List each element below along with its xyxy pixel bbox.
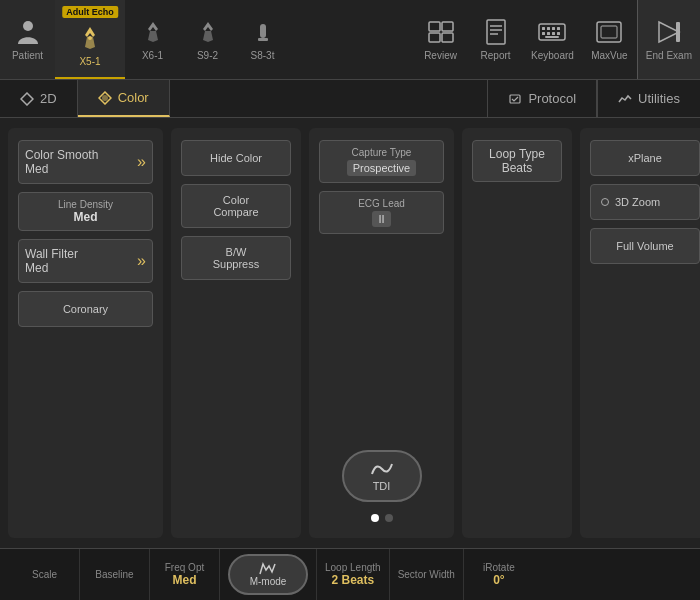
sector-width-item[interactable]: Sector Width xyxy=(390,549,464,600)
wall-filter-button[interactable]: Wall Filter Med » xyxy=(18,239,153,283)
line-density-value: Med xyxy=(74,210,98,224)
tab-2d[interactable]: 2D xyxy=(0,80,78,117)
svg-rect-16 xyxy=(557,27,560,30)
tab-protocol-label: Protocol xyxy=(528,91,576,106)
capture-type-value: Prospective xyxy=(347,160,416,176)
xplane-button[interactable]: xPlane xyxy=(590,140,700,176)
color-smooth-button[interactable]: Color Smooth Med » xyxy=(18,140,153,184)
tab-bar: 2D Color Protocol Utilities xyxy=(0,80,700,118)
review-label: Review xyxy=(424,50,457,61)
probe-s92-button[interactable]: S9-2 xyxy=(180,0,235,79)
svg-rect-5 xyxy=(442,22,453,31)
center-panel: Capture Type Prospective ECG Lead II TDI xyxy=(309,128,454,538)
loop-length-value: 2 Beats xyxy=(331,573,374,587)
svg-rect-13 xyxy=(542,27,545,30)
tab-utilities-label: Utilities xyxy=(638,91,680,106)
utilities-icon xyxy=(618,92,632,106)
sector-width-label: Sector Width xyxy=(398,569,455,580)
tab-protocol[interactable]: Protocol xyxy=(487,80,597,117)
coronary-label: Coronary xyxy=(63,303,108,315)
2d-icon xyxy=(20,92,34,106)
review-icon xyxy=(427,18,455,46)
end-exam-button[interactable]: End Exam xyxy=(637,0,700,79)
freq-opt-item[interactable]: Freq Opt Med xyxy=(150,549,220,600)
probe-x61-icon xyxy=(139,18,167,46)
right-panel: xPlane 3D Zoom Full Volume xyxy=(580,128,700,538)
end-exam-icon xyxy=(655,18,683,46)
color-compare-button[interactable]: ColorCompare xyxy=(181,184,291,228)
svg-rect-21 xyxy=(545,36,559,38)
color-icon xyxy=(98,91,112,105)
tdi-label: TDI xyxy=(373,480,391,492)
loop-type-value: Beats xyxy=(481,161,553,175)
bw-suppress-label: B/WSuppress xyxy=(213,246,259,270)
line-density-button[interactable]: Line Density Med xyxy=(18,192,153,231)
svg-rect-19 xyxy=(552,32,555,35)
tdi-button[interactable]: TDI xyxy=(342,450,422,502)
full-volume-label: Full Volume xyxy=(616,240,673,252)
bottom-bar: Scale Baseline Freq Opt Med M-mode Loop … xyxy=(0,548,700,600)
loop-length-item[interactable]: Loop Length 2 Beats xyxy=(317,549,390,600)
keyboard-button[interactable]: Keyboard xyxy=(523,0,582,79)
maxvue-button[interactable]: MaxVue xyxy=(582,0,637,79)
line-density-title: Line Density xyxy=(58,199,113,210)
keyboard-icon xyxy=(538,18,566,46)
irotate-item[interactable]: iRotate 0° xyxy=(464,549,534,600)
svg-rect-6 xyxy=(429,33,440,42)
bw-suppress-button[interactable]: B/WSuppress xyxy=(181,236,291,280)
3d-zoom-label: 3D Zoom xyxy=(615,196,660,208)
hide-color-label: Hide Color xyxy=(210,152,262,164)
tab-2d-label: 2D xyxy=(40,91,57,106)
svg-point-25 xyxy=(102,95,108,101)
loop-type-title: Loop Type xyxy=(481,147,553,161)
irotate-value: 0° xyxy=(493,573,504,587)
review-button[interactable]: Review xyxy=(413,0,468,79)
report-button[interactable]: Report xyxy=(468,0,523,79)
probe-x51-icon xyxy=(76,24,104,52)
protocol-icon xyxy=(508,92,522,106)
wall-filter-arrow-icon: » xyxy=(137,252,146,270)
dot-1 xyxy=(371,514,379,522)
maxvue-icon xyxy=(595,18,623,46)
3d-zoom-button[interactable]: 3D Zoom xyxy=(590,184,700,220)
probe-x61-label: X6-1 xyxy=(142,50,163,61)
dot-2 xyxy=(385,514,393,522)
tdi-icon xyxy=(371,460,393,478)
tab-color[interactable]: Color xyxy=(78,80,170,117)
probe-s83t-label: S8-3t xyxy=(251,50,275,61)
probe-x61-button[interactable]: X6-1 xyxy=(125,0,180,79)
coronary-button[interactable]: Coronary xyxy=(18,291,153,327)
ecg-lead-button[interactable]: ECG Lead II xyxy=(319,191,444,234)
report-label: Report xyxy=(481,50,511,61)
svg-rect-26 xyxy=(510,95,520,103)
capture-type-button[interactable]: Capture Type Prospective xyxy=(319,140,444,183)
ecg-lead-value: II xyxy=(372,211,390,227)
patient-label: Patient xyxy=(12,50,43,61)
probe-s83t-icon xyxy=(249,18,277,46)
maxvue-label: MaxVue xyxy=(591,50,627,61)
baseline-item[interactable]: Baseline xyxy=(80,549,150,600)
scale-item[interactable]: Scale xyxy=(10,549,80,600)
m-mode-item[interactable]: M-mode xyxy=(220,549,317,600)
baseline-label: Baseline xyxy=(95,569,133,580)
m-mode-button[interactable]: M-mode xyxy=(228,554,308,595)
probe-s92-icon xyxy=(194,18,222,46)
hide-color-button[interactable]: Hide Color xyxy=(181,140,291,176)
probe-s83t-button[interactable]: S8-3t xyxy=(235,0,290,79)
svg-rect-15 xyxy=(552,27,555,30)
main-content: Color Smooth Med » Line Density Med Wall… xyxy=(0,118,700,548)
svg-rect-18 xyxy=(547,32,550,35)
midleft-panel: Hide Color ColorCompare B/WSuppress xyxy=(171,128,301,538)
full-volume-button[interactable]: Full Volume xyxy=(590,228,700,264)
probe-s92-label: S9-2 xyxy=(197,50,218,61)
pagination-dots xyxy=(319,510,444,526)
loop-type-button[interactable]: Loop Type Beats xyxy=(472,140,562,182)
svg-rect-3 xyxy=(258,38,268,41)
probe-x51-button[interactable]: Adult Echo X5-1 xyxy=(55,0,125,79)
scale-label: Scale xyxy=(32,569,57,580)
color-smooth-title: Color Smooth xyxy=(25,148,98,162)
svg-rect-14 xyxy=(547,27,550,30)
patient-button[interactable]: Patient xyxy=(0,0,55,79)
m-mode-icon xyxy=(259,562,277,576)
tab-utilities[interactable]: Utilities xyxy=(597,80,700,117)
